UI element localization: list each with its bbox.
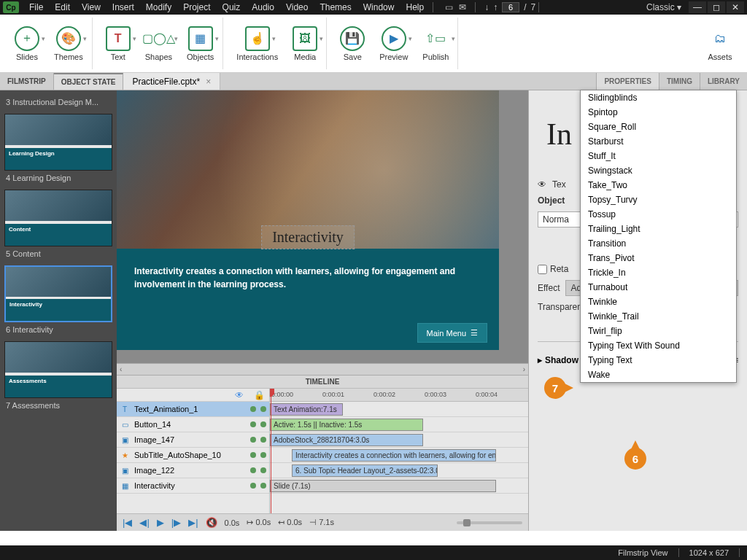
- filmstrip-slide[interactable]: Learning Design 4 Learning Design: [4, 114, 112, 182]
- effect-option[interactable]: Twinkle_Trail: [581, 309, 736, 324]
- layer-visibility-dot[interactable]: [250, 483, 256, 489]
- layer-lock-dot[interactable]: [260, 406, 266, 412]
- maximize-button[interactable]: ◻: [708, 1, 725, 13]
- visibility-column-icon[interactable]: 👁: [235, 390, 244, 400]
- layer-lock-dot[interactable]: [260, 437, 266, 443]
- menu-quiz[interactable]: Quiz: [217, 2, 247, 12]
- text-tab-label[interactable]: Tex: [552, 179, 566, 190]
- effect-option[interactable]: Slidingblinds: [581, 90, 736, 105]
- current-slide-input[interactable]: [502, 2, 519, 12]
- layer-visibility-dot[interactable]: [250, 406, 256, 412]
- tab-properties[interactable]: PROPERTIES: [596, 73, 658, 90]
- layer-visibility-dot[interactable]: [250, 421, 256, 427]
- effect-option[interactable]: Trans_Pivot: [581, 251, 736, 265]
- slides-button[interactable]: ＋▾ Slides: [12, 25, 42, 63]
- effect-option[interactable]: Twirl_flip: [581, 324, 736, 338]
- close-button[interactable]: ✕: [727, 1, 744, 13]
- timeline-track[interactable]: Slide (7.1s): [270, 478, 528, 494]
- menu-help[interactable]: Help: [400, 2, 430, 12]
- assets-button[interactable]: 🗂 Assets: [705, 25, 735, 63]
- workspace-selector[interactable]: Classic ▾: [639, 2, 689, 12]
- arrow-down-icon[interactable]: ↓: [484, 2, 489, 12]
- timeline-track[interactable]: Text Animation:7.1s: [270, 402, 528, 417]
- mute-button[interactable]: 🔇: [206, 517, 217, 528]
- effect-option[interactable]: Tossup: [581, 207, 736, 222]
- menu-video[interactable]: Video: [280, 2, 314, 12]
- timeline-clip[interactable]: Active: 1.5s || Inactive: 1.5s: [270, 419, 423, 431]
- timeline-track[interactable]: 6. Sub Topic Header Layout_2-assets-02:3…: [270, 463, 528, 478]
- document-tab[interactable]: PracticeFile.cptx* ×: [123, 73, 220, 90]
- timeline-layer-row[interactable]: ▣ Image_122: [117, 463, 269, 478]
- rewind-start-button[interactable]: |◀: [123, 517, 132, 528]
- preview-button[interactable]: ▶▾ Preview: [376, 25, 411, 63]
- zoom-slider[interactable]: [457, 521, 522, 524]
- themes-button[interactable]: 🎨▾ Themes: [51, 25, 86, 63]
- tab-timing[interactable]: TIMING: [659, 73, 700, 90]
- effect-option[interactable]: Take_Two: [581, 178, 736, 192]
- filmstrip-panel[interactable]: 3 Instructional Design M... Learning Des…: [0, 90, 117, 531]
- slide-canvas[interactable]: Interactivity Interactivity creates a co…: [117, 90, 499, 350]
- effect-option[interactable]: Typing Text With Sound: [581, 338, 736, 353]
- timeline-clip[interactable]: Slide (7.1s): [270, 480, 496, 492]
- effect-dropdown-list[interactable]: SlidingblindsSpintopSquare_RollStarburst…: [580, 90, 737, 383]
- minimize-button[interactable]: —: [689, 1, 706, 13]
- effect-option[interactable]: Square_Roll: [581, 120, 736, 134]
- retain-checkbox[interactable]: [538, 265, 547, 274]
- timeline-ruler[interactable]: 0:00:00 0:00:01 0:00:02 0:00:03 0:00:04: [270, 389, 528, 402]
- layer-lock-dot[interactable]: [260, 421, 266, 427]
- layer-lock-dot[interactable]: [260, 483, 266, 489]
- filmstrip-slide-selected[interactable]: Interactivity 6 Interactivity: [4, 265, 112, 334]
- menu-modify[interactable]: Modify: [140, 2, 177, 12]
- horizontal-scrollbar[interactable]: ‹›: [117, 363, 528, 375]
- text-animation-object[interactable]: Interactivity: [261, 225, 355, 249]
- layer-lock-dot[interactable]: [260, 452, 266, 458]
- timeline-clip[interactable]: Interactivity creates a connection with …: [292, 449, 496, 462]
- menu-insert[interactable]: Insert: [107, 2, 140, 12]
- layer-visibility-dot[interactable]: [250, 452, 256, 458]
- menu-window[interactable]: Window: [357, 2, 400, 12]
- effect-option[interactable]: Transition: [581, 236, 736, 251]
- timeline-track[interactable]: Interactivity creates a connection with …: [270, 448, 528, 463]
- menu-file[interactable]: File: [23, 2, 49, 12]
- filmstrip-slide[interactable]: 3 Instructional Design M...: [4, 95, 112, 106]
- effect-option[interactable]: Trickle_In: [581, 265, 736, 280]
- layer-lock-dot[interactable]: [260, 467, 266, 473]
- menu-audio[interactable]: Audio: [246, 2, 280, 12]
- menu-themes[interactable]: Themes: [314, 2, 357, 12]
- play-button[interactable]: ▶: [157, 517, 164, 528]
- effect-option[interactable]: Swingstack: [581, 163, 736, 178]
- lock-column-icon[interactable]: 🔒: [254, 390, 265, 400]
- timeline-layer-row[interactable]: ▣ Image_147: [117, 432, 269, 448]
- timeline-track[interactable]: Active: 1.5s || Inactive: 1.5s: [270, 417, 528, 432]
- mail-icon[interactable]: ✉: [459, 2, 466, 12]
- effect-option[interactable]: Spintop: [581, 105, 736, 120]
- effect-option[interactable]: Turnabout: [581, 280, 736, 295]
- objects-button[interactable]: ▦▾ Objects: [184, 25, 217, 63]
- media-button[interactable]: 🖼▾ Media: [290, 25, 320, 63]
- stage[interactable]: Interactivity Interactivity creates a co…: [117, 90, 528, 363]
- text-button[interactable]: T▾ Text: [103, 25, 133, 63]
- timeline-layer-row[interactable]: ▦ Interactivity: [117, 478, 269, 494]
- effect-option[interactable]: Typing Text: [581, 353, 736, 368]
- menu-project[interactable]: Project: [177, 2, 216, 12]
- step-forward-button[interactable]: |▶: [171, 517, 181, 528]
- timeline-layer-row[interactable]: ▭ Button_14: [117, 417, 269, 432]
- tab-filmstrip[interactable]: FILMSTRIP: [0, 73, 54, 90]
- timeline-clip[interactable]: 6. Sub Topic Header Layout_2-assets-02:3…: [292, 464, 438, 477]
- timeline-tracks[interactable]: 0:00:00 0:00:01 0:00:02 0:00:03 0:00:04 …: [270, 389, 528, 513]
- timeline-clip[interactable]: Text Animation:7.1s: [270, 403, 343, 416]
- menu-edit[interactable]: Edit: [49, 2, 76, 12]
- effect-option[interactable]: Trailing_Light: [581, 222, 736, 236]
- effect-option[interactable]: Topsy_Turvy: [581, 192, 736, 207]
- effect-option[interactable]: Stuff_It: [581, 149, 736, 163]
- timeline-clip[interactable]: AdobeStock_288218704:3.0s: [270, 434, 423, 446]
- shapes-button[interactable]: ▢◯△▾ Shapes: [142, 25, 175, 63]
- doc-icon[interactable]: ▭: [445, 2, 453, 12]
- effect-option[interactable]: Starburst: [581, 134, 736, 149]
- effect-option[interactable]: Wake: [581, 368, 736, 382]
- filmstrip-slide[interactable]: Assessments 7 Assessments: [4, 341, 112, 410]
- tab-object-state[interactable]: OBJECT STATE: [54, 73, 124, 90]
- interactions-button[interactable]: ☝▾ Interactions: [233, 25, 281, 63]
- forward-end-button[interactable]: ▶|: [188, 517, 198, 528]
- timeline-layer-row[interactable]: T Text_Animation_1: [117, 402, 269, 417]
